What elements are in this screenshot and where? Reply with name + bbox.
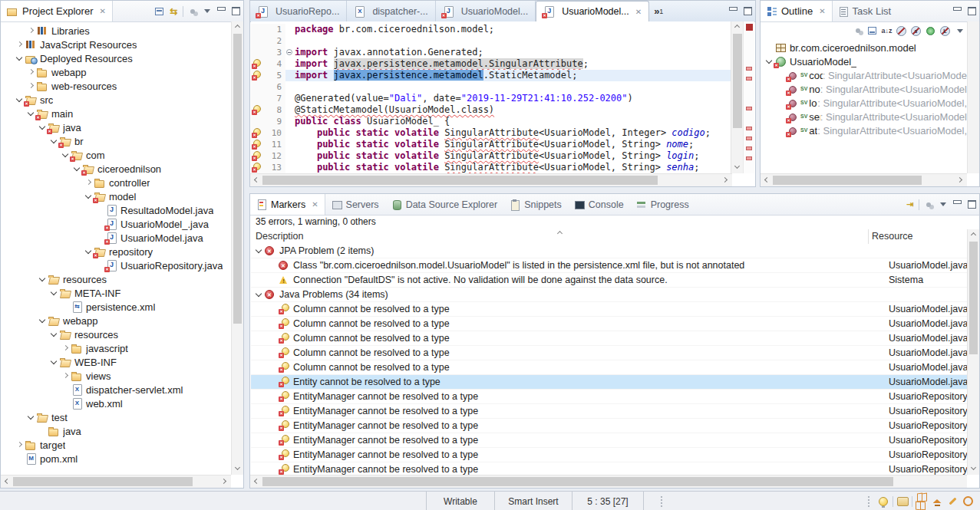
hide-local-types-button[interactable]: L <box>938 22 952 39</box>
outline-item-ativo[interactable]: SVativo : SingularAttribute<UsuarioModel… <box>761 123 967 137</box>
hide-static-members-button[interactable]: s <box>909 22 923 39</box>
maximize-button[interactable] <box>965 194 979 215</box>
scroll-left-arrow[interactable] <box>761 174 772 186</box>
scroll-thumb[interactable] <box>262 477 893 486</box>
minimize-button[interactable] <box>726 1 741 21</box>
collapse-all-button[interactable] <box>865 22 879 39</box>
close-icon[interactable]: ✕ <box>819 7 825 15</box>
tree-item-model[interactable]: model <box>2 189 231 203</box>
tab-servers[interactable]: Servers <box>325 194 385 215</box>
markers-hscrollbar[interactable] <box>250 475 967 488</box>
tree-item-dispatcher-servlet-xml[interactable]: dispatcher-servlet.xml <box>2 383 231 396</box>
editor-tab-usuariomodel[interactable]: UsuarioModel...✕ <box>536 1 649 22</box>
link-with-editor-button[interactable]: ⇆ <box>167 1 181 21</box>
sort-button[interactable]: a↓z <box>879 22 894 39</box>
scroll-left-arrow[interactable] <box>250 174 262 186</box>
tree-item-usuariomodel-java[interactable]: UsuarioModel_.java <box>2 217 231 231</box>
tab-outline[interactable]: Outline ✕ <box>761 1 833 21</box>
tree-collapsed-arrow[interactable] <box>84 177 94 188</box>
tree-expanded-arrow[interactable] <box>49 288 60 298</box>
tree-collapsed-arrow[interactable] <box>26 67 37 77</box>
outline-item-br-com-ciceroednilson-model[interactable]: br.com.ciceroednilson.model <box>761 41 967 54</box>
markers-vscrollbar[interactable] <box>967 229 979 475</box>
editor-vscrollbar[interactable] <box>731 21 744 173</box>
tree-collapsed-arrow[interactable] <box>61 343 71 354</box>
collapse-all-button[interactable] <box>152 1 167 21</box>
scroll-up-arrow[interactable] <box>731 21 743 33</box>
tree-expanded-arrow[interactable] <box>49 329 60 340</box>
maximize-button[interactable] <box>965 1 979 21</box>
scroll-thumb[interactable] <box>233 34 242 324</box>
feedback-pencil-icon[interactable] <box>945 492 960 510</box>
donate-hand-icon[interactable] <box>895 492 910 510</box>
bulb-error-icon[interactable] <box>252 105 262 115</box>
project-explorer-vscrollbar[interactable] <box>231 21 243 475</box>
tree-item-resources[interactable]: resources <box>2 327 231 341</box>
overview-error-mark[interactable] <box>746 77 752 81</box>
outline-item-usuariomodel[interactable]: UsuarioModel_ <box>761 54 967 68</box>
tree-item-deployed-resources[interactable]: Deployed Resources <box>2 51 231 65</box>
tree-item-usuariorepository-java[interactable]: UsuarioRepository.java <box>2 258 231 272</box>
tree-item-resources[interactable]: resources <box>2 272 231 286</box>
overview-error-mark[interactable] <box>746 67 752 71</box>
tree-item-views[interactable]: views <box>2 369 231 383</box>
project-explorer-hscrollbar[interactable] <box>1 475 231 488</box>
tree-collapsed-arrow[interactable] <box>15 39 25 50</box>
focus-on-active-task-button[interactable] <box>185 1 200 21</box>
maximize-button[interactable] <box>229 1 243 21</box>
tree-item-libraries[interactable]: Libraries <box>2 24 231 38</box>
tree-item-repository[interactable]: repository <box>2 245 231 258</box>
hide-fields-button[interactable] <box>894 22 909 39</box>
tree-item-web-inf[interactable]: WEB-INF <box>2 355 231 369</box>
tab-snippets[interactable]: Snippets <box>503 194 568 215</box>
marker-row[interactable]: Column cannot be resolved to a typeUsuar… <box>251 346 967 360</box>
marker-row[interactable]: Class "br.com.ciceroednilson.model.Usuar… <box>251 258 967 273</box>
marker-row[interactable]: EntityManager cannot be resolved to a ty… <box>251 462 967 475</box>
tree-collapsed-arrow[interactable] <box>61 370 71 381</box>
learning-cap-icon[interactable] <box>929 492 945 510</box>
go-to-next-marker-button[interactable]: ⇥ <box>902 194 917 215</box>
bulb-error-icon[interactable] <box>252 151 262 161</box>
scroll-right-arrow[interactable] <box>219 475 231 487</box>
tree-expanded-arrow[interactable] <box>38 274 48 285</box>
tree-item-persistence-xml[interactable]: persistence.xml <box>2 300 231 314</box>
tab-project-explorer[interactable]: Project Explorer ✕ <box>1 1 113 21</box>
marker-row[interactable]: Column cannot be resolved to a typeUsuar… <box>251 302 967 317</box>
tab-overflow-button[interactable]: »1 <box>649 1 668 21</box>
tree-item-test[interactable]: test <box>2 410 231 424</box>
view-menu-button[interactable] <box>935 194 950 215</box>
tab-progress[interactable]: Progress <box>630 194 695 215</box>
outline-hscrollbar[interactable] <box>761 173 967 186</box>
scroll-thumb[interactable] <box>13 477 193 486</box>
scroll-left-arrow[interactable] <box>250 475 262 487</box>
tree-item-meta-inf[interactable]: META-INF <box>2 286 231 300</box>
scroll-thumb[interactable] <box>773 176 922 185</box>
tree-item-java[interactable]: java <box>2 120 231 134</box>
fold-collapse-icon[interactable] <box>286 49 292 55</box>
tree-collapsed-arrow[interactable] <box>26 81 37 91</box>
bulb-error-icon[interactable] <box>252 163 262 173</box>
tree-item-resultadomodel-java[interactable]: ResultadoModel.java <box>2 203 231 217</box>
marker-row[interactable]: Column cannot be resolved to a typeUsuar… <box>251 317 967 331</box>
tree-item-src[interactable]: src <box>2 93 231 107</box>
tree-item-web-resources[interactable]: web-resources <box>2 79 231 93</box>
marker-row[interactable]: Connection "DefaultDS" is not active. No… <box>251 273 967 288</box>
tree-item-ciceroednilson[interactable]: ciceroednilson <box>2 162 231 176</box>
scroll-right-arrow[interactable] <box>955 174 967 186</box>
close-icon[interactable]: ✕ <box>312 200 318 209</box>
tree-collapsed-arrow[interactable] <box>26 25 37 36</box>
tree-expanded-arrow[interactable] <box>254 289 265 300</box>
tree-item-java[interactable]: java <box>2 424 231 438</box>
marker-row[interactable]: Column cannot be resolved to a typeUsuar… <box>251 360 967 375</box>
marker-row[interactable]: EntityManager cannot be resolved to a ty… <box>251 433 967 448</box>
minimize-button[interactable] <box>214 1 229 21</box>
minimize-button[interactable] <box>950 1 965 21</box>
scroll-thumb[interactable] <box>733 34 742 128</box>
focus-on-active-task-button[interactable] <box>921 194 935 215</box>
tab-markers[interactable]: Markers✕ <box>250 194 325 215</box>
release-target-icon[interactable] <box>960 492 975 510</box>
tree-item-com[interactable]: com <box>2 148 231 162</box>
scroll-up-arrow[interactable] <box>232 21 243 33</box>
view-menu-button[interactable] <box>200 1 214 21</box>
tree-item-javascript[interactable]: javascript <box>2 341 231 355</box>
